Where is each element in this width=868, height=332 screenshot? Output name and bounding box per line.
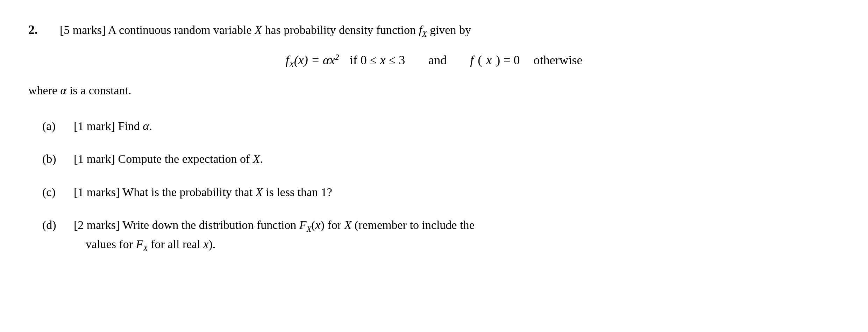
var-X: X — [255, 23, 262, 36]
sub-question-d: (d) [2 marks] Write down the distributio… — [42, 216, 840, 254]
question-number: 2. — [28, 22, 49, 37]
label-c: (c) — [42, 183, 63, 202]
question-intro: [5 marks] A continuous random variable X… — [60, 21, 471, 39]
content-d: [2 marks] Write down the distribution fu… — [74, 216, 840, 254]
formula-condition2: otherwise — [533, 53, 582, 67]
formula-display: fX(x) = αx2 if 0 ≤ x ≤ 3 and f(x) = 0 ot… — [28, 53, 840, 67]
label-a: (a) — [42, 117, 63, 136]
sub-questions: (a) [1 mark] Find α. (b) [1 mark] Comput… — [42, 117, 840, 254]
func-fX: fX — [419, 23, 427, 36]
sub-question-b: (b) [1 mark] Compute the expectation of … — [42, 150, 840, 168]
formula-rhs-text: f — [470, 53, 474, 67]
label-d: (d) — [42, 216, 63, 234]
formula-lhs: fX(x) = αx2 if 0 ≤ x ≤ 3 — [286, 53, 405, 67]
sub-question-a: (a) [1 mark] Find α. — [42, 117, 840, 136]
formula-lhs-text: fX(x) = αx2 — [286, 53, 339, 67]
content-c: [1 marks] What is the probability that X… — [74, 183, 840, 202]
content-b: [1 mark] Compute the expectation of X. — [74, 150, 840, 168]
question-header: 2. [5 marks] A continuous random variabl… — [28, 21, 840, 39]
content-a: [1 mark] Find α. — [74, 117, 840, 136]
sub-question-c: (c) [1 marks] What is the probability th… — [42, 183, 840, 202]
formula-condition1: if 0 ≤ x ≤ 3 — [343, 53, 405, 67]
formula-rhs: f(x) = 0 otherwise — [470, 53, 582, 67]
formula-connector: and — [419, 53, 456, 67]
where-line: where α is a constant. — [28, 81, 840, 99]
question-container: 2. [5 marks] A continuous random variabl… — [28, 21, 840, 254]
label-b: (b) — [42, 150, 63, 168]
